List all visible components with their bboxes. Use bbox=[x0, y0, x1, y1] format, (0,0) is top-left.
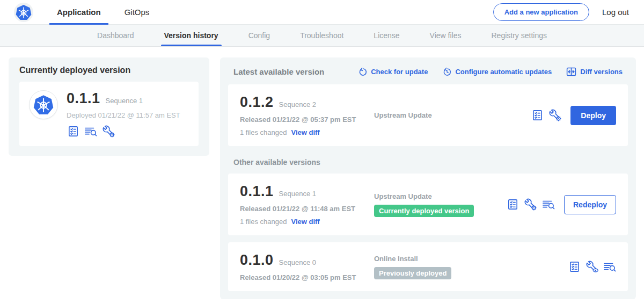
diff-versions-label: Diff versions bbox=[580, 68, 623, 76]
deployed-version-card: 0.1.1 Sequence 1 Deployed 01/21/22 @ 11:… bbox=[19, 82, 199, 146]
check-for-update-link[interactable]: Check for update bbox=[357, 67, 428, 77]
diff-versions-link[interactable]: Diff versions bbox=[566, 66, 623, 77]
tab-gitops[interactable]: GitOps bbox=[117, 0, 157, 24]
sequence-label: Sequence 0 bbox=[279, 258, 316, 266]
tab-view-files[interactable]: View files bbox=[415, 25, 477, 46]
release-notes-icon[interactable] bbox=[67, 125, 79, 138]
topnav-right: Add a new application Log out bbox=[493, 3, 629, 21]
main-content: Currently deployed version 0.1.1 Sequenc… bbox=[0, 47, 644, 299]
view-diff-link[interactable]: View diff bbox=[291, 218, 319, 226]
available-versions-panel: Latest available version Check for updat… bbox=[220, 57, 636, 299]
released-timestamp: Released 01/21/22 @ 05:37 pm EST bbox=[240, 116, 374, 124]
edit-config-icon[interactable] bbox=[524, 198, 537, 211]
version-card-0-1-1: 0.1.1 Sequence 1 Released 01/21/22 @ 11:… bbox=[228, 174, 628, 235]
view-logs-icon[interactable] bbox=[603, 261, 616, 273]
version-number: 0.1.0 bbox=[240, 252, 274, 269]
version-source-label: Online Install bbox=[374, 255, 568, 263]
version-card-0-1-2: 0.1.2 Sequence 2 Released 01/21/22 @ 05:… bbox=[228, 84, 628, 146]
automatic-updates-icon bbox=[442, 67, 452, 77]
latest-available-title: Latest available version bbox=[233, 67, 324, 76]
tab-troubleshoot[interactable]: Troubleshoot bbox=[285, 25, 358, 46]
sequence-label: Sequence 2 bbox=[279, 100, 316, 109]
version-source-label: Upstream Update bbox=[374, 111, 531, 119]
sequence-label: Sequence 1 bbox=[279, 190, 316, 198]
configure-automatic-updates-link[interactable]: Configure automatic updates bbox=[442, 67, 552, 77]
currently-deployed-title: Currently deployed version bbox=[19, 66, 199, 75]
check-for-update-label: Check for update bbox=[371, 68, 428, 76]
tab-dashboard[interactable]: Dashboard bbox=[82, 25, 149, 46]
configure-automatic-updates-label: Configure automatic updates bbox=[455, 68, 552, 76]
top-nav: Application GitOps Add a new application… bbox=[0, 0, 644, 25]
tab-application[interactable]: Application bbox=[49, 0, 108, 24]
version-card-0-1-0: 0.1.0 Sequence 0 Released 01/20/22 @ 03:… bbox=[228, 242, 628, 291]
tab-gitops-label: GitOps bbox=[125, 8, 150, 17]
deploy-button[interactable]: Deploy bbox=[570, 106, 616, 125]
other-available-versions-title: Other available versions bbox=[233, 158, 628, 167]
tab-application-label: Application bbox=[57, 8, 101, 17]
logout-button[interactable]: Log out bbox=[602, 8, 629, 17]
previously-deployed-badge: Previously deployed bbox=[374, 267, 451, 279]
release-notes-icon[interactable] bbox=[531, 109, 544, 122]
edit-config-icon[interactable] bbox=[548, 109, 561, 122]
release-notes-icon[interactable] bbox=[568, 261, 581, 273]
version-source-label: Upstream Update bbox=[374, 192, 507, 200]
diff-icon bbox=[566, 66, 577, 77]
view-logs-icon[interactable] bbox=[84, 125, 97, 138]
kubernetes-logo bbox=[14, 3, 33, 22]
files-changed-label: 1 files changed bbox=[240, 128, 287, 136]
tab-registry-settings[interactable]: Registry settings bbox=[477, 25, 562, 46]
released-timestamp: Released 01/20/22 @ 03:05 pm EST bbox=[240, 273, 374, 282]
tab-config[interactable]: Config bbox=[233, 25, 285, 46]
edit-config-icon[interactable] bbox=[102, 125, 115, 138]
redeploy-button[interactable]: Redeploy bbox=[564, 195, 616, 214]
currently-deployed-panel: Currently deployed version 0.1.1 Sequenc… bbox=[9, 57, 209, 156]
currently-deployed-badge: Currently deployed version bbox=[374, 205, 474, 217]
view-logs-icon[interactable] bbox=[542, 198, 555, 211]
released-timestamp: Released 01/21/22 @ 11:48 am EST bbox=[240, 205, 374, 213]
view-diff-link[interactable]: View diff bbox=[291, 128, 319, 136]
deployed-timestamp: Deployed 01/21/22 @ 11:57 am EST bbox=[67, 111, 180, 119]
app-sub-nav: Dashboard Version history Config Trouble… bbox=[0, 25, 644, 47]
release-notes-icon[interactable] bbox=[507, 198, 519, 211]
tab-license[interactable]: License bbox=[358, 25, 414, 46]
view-config-icon[interactable] bbox=[586, 261, 598, 273]
tab-version-history[interactable]: Version history bbox=[149, 25, 233, 46]
add-new-application-button[interactable]: Add a new application bbox=[493, 3, 589, 21]
deployed-version-number: 0.1.1 bbox=[67, 90, 100, 107]
refresh-icon bbox=[357, 67, 368, 77]
topnav-tabs: Application GitOps bbox=[45, 0, 161, 24]
version-number: 0.1.2 bbox=[240, 94, 274, 111]
deployed-sequence-label: Sequence 1 bbox=[106, 97, 143, 105]
files-changed-label: 1 files changed bbox=[240, 218, 287, 226]
app-logo bbox=[29, 90, 58, 119]
version-number: 0.1.1 bbox=[240, 183, 274, 200]
